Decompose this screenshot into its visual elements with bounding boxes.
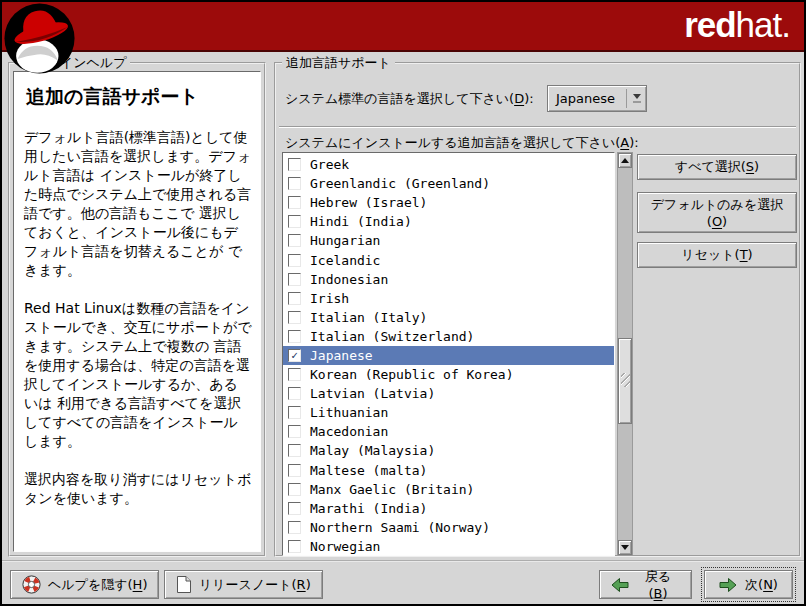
language-checkbox[interactable] — [288, 425, 301, 438]
document-icon — [176, 575, 192, 594]
default-language-dropdown[interactable]: Japanese — [547, 85, 647, 112]
language-checkbox[interactable] — [288, 368, 301, 381]
language-row[interactable]: Marathi (India) — [283, 499, 614, 518]
language-row[interactable]: Norwegian — [283, 537, 614, 556]
scrollbar-thumb[interactable] — [618, 338, 632, 424]
help-paragraph: デフォルト言語(標準言語)として使用したい言語を選択します。デフォルト言語は イ… — [24, 128, 252, 280]
scrollbar-up-button[interactable] — [618, 153, 632, 168]
language-row[interactable]: Latvian (Latvia) — [283, 384, 614, 403]
button-label: すべて選択(S) — [675, 158, 759, 176]
language-checkbox[interactable] — [288, 273, 301, 286]
button-label: 戻る(B) — [636, 568, 680, 601]
release-notes-button[interactable]: リリースノート(R) — [164, 570, 323, 599]
language-row[interactable]: Korean (Republic of Korea) — [283, 365, 614, 384]
installer-window: redhat. オンラインヘルプ 追加の言語サポート デフォルト言語(標準言語)… — [0, 0, 806, 606]
language-checkbox[interactable] — [288, 234, 301, 247]
select-all-button[interactable]: すべて選択(S) — [637, 154, 797, 180]
language-checkbox[interactable] — [288, 540, 301, 553]
additional-languages-label: システムにインストールする追加言語を選択して下さい(A): — [285, 134, 639, 152]
language-list[interactable]: GreekGreenlandic (Greenland)Hebrew (Isra… — [282, 152, 615, 556]
life-ring-icon — [22, 575, 41, 594]
language-label: Marathi (India) — [310, 501, 427, 516]
language-label: Lithuanian — [310, 405, 388, 420]
language-checkbox[interactable] — [288, 215, 301, 228]
back-arrow-icon — [611, 577, 629, 593]
language-checkbox[interactable] — [288, 406, 301, 419]
language-label: Italian (Italy) — [310, 310, 427, 325]
language-row[interactable]: Italian (Switzerland) — [283, 327, 614, 346]
separator — [279, 126, 796, 128]
language-checkbox[interactable] — [288, 330, 301, 343]
language-checkbox[interactable] — [288, 292, 301, 305]
language-row[interactable]: Hebrew (Israel) — [283, 193, 614, 212]
redhat-wordmark: redhat. — [684, 5, 790, 45]
language-checkbox[interactable] — [288, 254, 301, 267]
button-label-line2: (O) — [707, 213, 727, 230]
language-checkbox[interactable] — [288, 177, 301, 190]
language-checkbox[interactable] — [288, 502, 301, 515]
next-button[interactable]: 次(N) — [704, 570, 793, 599]
language-label: Greenlandic (Greenland) — [310, 176, 490, 191]
language-row[interactable]: Malay (Malaysia) — [283, 441, 614, 460]
language-label: Icelandic — [310, 253, 380, 268]
language-label: Latvian (Latvia) — [310, 386, 435, 401]
online-help-frame: オンラインヘルプ 追加の言語サポート デフォルト言語(標準言語)として使用したい… — [8, 62, 266, 557]
language-label: Hungarian — [310, 233, 380, 248]
language-row[interactable]: Greenlandic (Greenland) — [283, 174, 614, 193]
language-row[interactable]: Manx Gaelic (Britain) — [283, 480, 614, 499]
down-arrow-icon — [621, 545, 629, 550]
wordmark-hat: hat. — [736, 5, 790, 44]
language-checkbox[interactable] — [288, 464, 301, 477]
wordmark-red: red — [684, 5, 735, 44]
language-row[interactable]: Macedonian — [283, 422, 614, 441]
help-paragraph: Red Hat Linuxは数種の言語をインストールでき、交互にサポートができま… — [24, 299, 252, 451]
language-row[interactable]: Icelandic — [283, 250, 614, 269]
language-label: Macedonian — [310, 424, 388, 439]
language-checkbox[interactable] — [288, 521, 301, 534]
language-row[interactable]: Hungarian — [283, 231, 614, 250]
language-label: Manx Gaelic (Britain) — [310, 482, 474, 497]
language-label: Hebrew (Israel) — [310, 195, 427, 210]
language-label: Maltese (malta) — [310, 463, 427, 478]
language-label: Irish — [310, 291, 349, 306]
language-checkbox[interactable] — [288, 311, 301, 324]
button-label-line1: デフォルトのみを選択 — [651, 196, 783, 213]
language-support-legend: 追加言語サポート — [282, 55, 395, 70]
language-label: Indonesian — [310, 272, 388, 287]
language-list-scrollbar[interactable] — [617, 152, 633, 556]
language-row[interactable]: Irish — [283, 289, 614, 308]
default-language-label: システム標準の言語を選択して下さい(D): — [285, 90, 534, 108]
language-row[interactable]: Maltese (malta) — [283, 461, 614, 480]
language-support-frame: 追加言語サポート システム標準の言語を選択して下さい(D): Japanese … — [274, 62, 801, 557]
footer-separator — [2, 560, 804, 562]
button-label: リセット(T) — [681, 246, 752, 264]
language-checkbox[interactable] — [288, 483, 301, 496]
select-default-only-button[interactable]: デフォルトのみを選択 (O) — [637, 192, 797, 233]
dropdown-arrow-icon — [626, 89, 641, 108]
button-label: ヘルプを隠す(H) — [48, 576, 147, 594]
language-row[interactable]: Indonesian — [283, 270, 614, 289]
help-title: 追加の言語サポート — [26, 84, 252, 110]
online-help-panel: 追加の言語サポート デフォルト言語(標準言語)として使用したい言語を選択します。… — [13, 71, 261, 552]
language-checkbox[interactable] — [288, 387, 301, 400]
back-button[interactable]: 戻る(B) — [599, 570, 692, 599]
language-label: Korean (Republic of Korea) — [310, 367, 514, 382]
scrollbar-down-button[interactable] — [618, 540, 632, 555]
language-label: Japanese — [310, 348, 373, 363]
language-row[interactable]: Northern Saami (Norway) — [283, 518, 614, 537]
language-label: Greek — [310, 157, 349, 172]
language-checkbox[interactable] — [288, 444, 301, 457]
hide-help-button[interactable]: ヘルプを隠す(H) — [10, 570, 159, 599]
reset-button[interactable]: リセット(T) — [637, 242, 797, 268]
help-paragraph: 選択内容を取り消すにはリセットボタンを使います。 — [24, 470, 252, 508]
language-label: Italian (Switzerland) — [310, 329, 474, 344]
language-row[interactable]: ✓Japanese — [283, 346, 614, 365]
language-row[interactable]: Italian (Italy) — [283, 308, 614, 327]
language-label: Northern Saami (Norway) — [310, 520, 490, 535]
language-checkbox[interactable] — [288, 158, 301, 171]
language-row[interactable]: Hindi (India) — [283, 212, 614, 231]
language-row[interactable]: Lithuanian — [283, 403, 614, 422]
language-checkbox[interactable]: ✓ — [288, 349, 301, 362]
language-row[interactable]: Greek — [283, 155, 614, 174]
language-checkbox[interactable] — [288, 196, 301, 209]
